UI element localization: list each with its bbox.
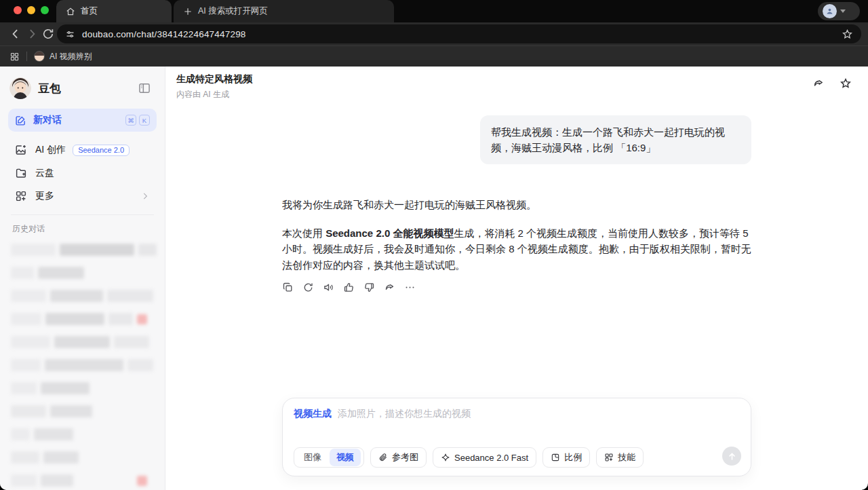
browser-profile-button[interactable] — [818, 2, 860, 20]
sparkle-icon — [441, 453, 450, 462]
forward-button[interactable] — [25, 27, 39, 41]
tab-new[interactable]: AI 搜索或打开网页 — [174, 0, 394, 22]
ai-creation-icon — [15, 144, 27, 156]
redacted-text-block — [11, 451, 39, 464]
history-item[interactable] — [8, 335, 157, 349]
profile-avatar — [823, 4, 837, 18]
redacted-text-block — [11, 382, 37, 394]
back-button[interactable] — [9, 27, 22, 41]
redacted-text-block — [41, 382, 90, 394]
chat-header-actions — [812, 77, 852, 90]
history-red-badge — [137, 314, 147, 324]
history-list — [8, 243, 157, 487]
share-chat-icon[interactable] — [812, 77, 825, 90]
redacted-text-block — [11, 336, 50, 348]
thumbs-down-icon[interactable] — [363, 282, 375, 293]
video-mode-tag[interactable]: 视频生成 — [294, 408, 332, 420]
redacted-text-block — [138, 244, 157, 256]
zoom-window-button[interactable] — [41, 6, 49, 14]
assistant-paragraph-1: 我将为你生成路飞和赤犬一起打电玩的海贼王风格视频。 — [282, 197, 751, 213]
history-red-badge — [137, 476, 147, 486]
regenerate-icon[interactable] — [302, 282, 314, 293]
doubao-app: 豆包 新对话 ⌘ K AI 创作 Seedance 2.0 — [0, 67, 868, 490]
segment-option-image[interactable]: 图像 — [297, 449, 328, 466]
new-chat-label: 新对话 — [33, 114, 119, 126]
bookmark-label: AI 视频辨别 — [50, 51, 92, 62]
composer-input[interactable]: 视频生成 添加照片，描述你想生成的视频 — [294, 408, 740, 420]
chat-header: 生成特定风格视频 内容由 AI 生成 — [165, 67, 868, 100]
composer[interactable]: 视频生成 添加照片，描述你想生成的视频 图像 视频 参考图 — [282, 398, 751, 476]
history-item[interactable] — [8, 474, 157, 487]
browser-chrome: 首页 AI 搜索或打开网页 doubao.com — [0, 0, 868, 67]
share-message-icon[interactable] — [384, 282, 395, 293]
more-actions-icon[interactable] — [404, 282, 416, 293]
reference-image-button[interactable]: 参考图 — [370, 447, 427, 468]
redacted-text-block — [11, 474, 37, 487]
more-grid-icon — [15, 190, 27, 202]
history-item[interactable] — [8, 289, 157, 303]
thumbs-up-icon[interactable] — [343, 282, 355, 293]
sidebar-item-cloud-drive[interactable]: 云盘 — [8, 162, 157, 185]
assistant-message: 我将为你生成路飞和赤犬一起打电玩的海贼王风格视频。 本次使用 Seedance … — [282, 197, 751, 273]
redacted-text-block — [41, 474, 73, 487]
model-select-button[interactable]: Seedance 2.0 Fast — [433, 447, 536, 468]
favorite-star-icon[interactable] — [840, 77, 852, 90]
brand-title: 豆包 — [38, 81, 131, 96]
skills-label: 技能 — [618, 451, 635, 464]
copy-icon[interactable] — [282, 282, 294, 293]
close-window-button[interactable] — [14, 6, 22, 14]
doubao-avatar[interactable] — [9, 77, 31, 99]
bookmark-item[interactable]: AI 视频辨别 — [34, 51, 92, 62]
url-bar[interactable]: doubao.com/chat/38414224647447298 — [57, 24, 861, 43]
history-section-label: 历史对话 — [8, 223, 157, 243]
cmd-key-badge: ⌘ — [125, 115, 136, 126]
collapse-sidebar-icon[interactable] — [138, 81, 151, 95]
message-action-bar — [282, 282, 751, 293]
history-item[interactable] — [8, 404, 157, 418]
history-item[interactable] — [8, 428, 157, 441]
chat-main: 生成特定风格视频 内容由 AI 生成 帮我生成视频：生成一个路飞和赤犬一起打电玩… — [165, 67, 868, 490]
redacted-text-block — [11, 428, 30, 440]
skills-button[interactable]: 技能 — [596, 447, 644, 468]
sidebar-divider — [11, 214, 154, 215]
sidebar-item-new-chat[interactable]: 新对话 ⌘ K — [8, 109, 157, 132]
tab-label: 首页 — [81, 5, 98, 17]
reload-button[interactable] — [41, 27, 55, 41]
redacted-text-block — [108, 313, 133, 325]
history-item[interactable] — [8, 358, 157, 372]
tab-home[interactable]: 首页 — [56, 0, 172, 22]
shortcut-badges: ⌘ K — [125, 115, 150, 126]
redacted-text-block — [114, 336, 149, 348]
media-type-segment[interactable]: 图像 视频 — [294, 447, 364, 468]
paperclip-icon — [378, 453, 388, 462]
bookmark-star-icon[interactable] — [842, 29, 853, 40]
site-settings-icon[interactable] — [65, 29, 75, 39]
aspect-ratio-button[interactable]: 比例 — [542, 447, 590, 468]
sidebar-item-ai-creation[interactable]: AI 创作 Seedance 2.0 — [8, 138, 157, 162]
segment-option-video[interactable]: 视频 — [330, 449, 361, 466]
minimize-window-button[interactable] — [27, 6, 35, 14]
history-item[interactable] — [8, 243, 157, 257]
cloud-drive-label: 云盘 — [35, 167, 54, 179]
redacted-text-block — [11, 244, 56, 256]
apps-grid-icon[interactable] — [9, 52, 20, 62]
user-message-bubble[interactable]: 帮我生成视频：生成一个路飞和赤犬一起打电玩的视频，海贼王动漫风格，比例 「16:… — [480, 115, 751, 164]
plus-icon — [183, 7, 193, 16]
window-controls[interactable] — [14, 6, 49, 14]
sidebar: 豆包 新对话 ⌘ K AI 创作 Seedance 2.0 — [0, 67, 165, 490]
url-text[interactable]: doubao.com/chat/38414224647447298 — [82, 29, 835, 39]
redacted-text-block — [38, 267, 84, 279]
history-item[interactable] — [8, 266, 157, 280]
model-name-bold: Seedance 2.0 全能视频模型 — [326, 227, 454, 239]
send-button[interactable] — [722, 447, 741, 466]
aspect-ratio-label: 比例 — [564, 451, 582, 464]
history-item[interactable] — [8, 451, 157, 464]
history-item[interactable] — [8, 312, 157, 326]
sidebar-item-more[interactable]: 更多 — [8, 185, 157, 208]
history-item[interactable] — [8, 381, 157, 395]
read-aloud-icon[interactable] — [323, 282, 334, 293]
redacted-text-block — [11, 359, 41, 371]
redacted-text-block — [50, 290, 103, 302]
k-key-badge: K — [139, 115, 150, 126]
reference-image-label: 参考图 — [392, 451, 418, 464]
